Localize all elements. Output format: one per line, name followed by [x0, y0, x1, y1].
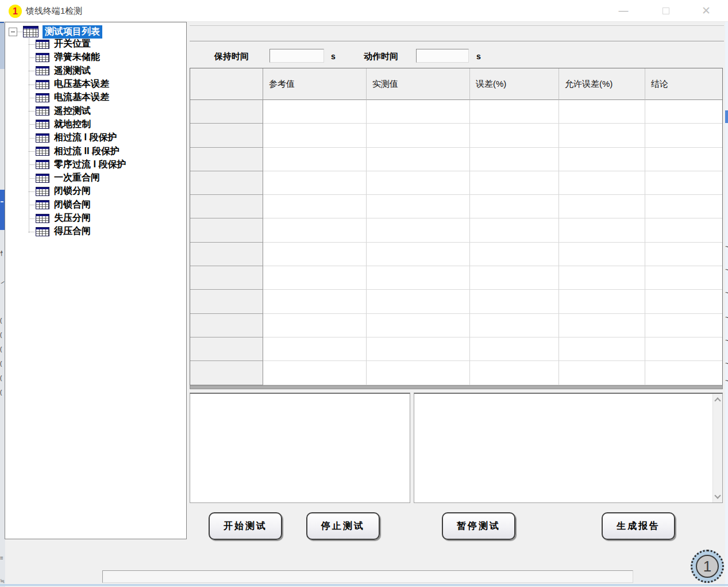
column-header — [190, 68, 263, 100]
table-cell — [559, 171, 645, 195]
tree-item[interactable]: 相过流 II 段保护 — [5, 144, 186, 158]
table-scrollbar[interactable] — [190, 385, 723, 389]
table-cell — [263, 100, 367, 124]
stop-test-button[interactable]: 停止测试 — [306, 512, 380, 540]
table-cell — [470, 195, 559, 218]
table-cell — [645, 266, 722, 290]
generate-report-button[interactable]: 生成报告 — [602, 512, 675, 540]
row-header — [190, 314, 263, 337]
row-header — [190, 290, 263, 313]
table-cell — [645, 290, 722, 313]
scroll-down-icon[interactable] — [714, 492, 721, 498]
tree-collapse-icon[interactable] — [9, 28, 17, 36]
maximize-button[interactable] — [656, 3, 676, 18]
hold-time-unit: s — [331, 52, 336, 61]
action-time-input[interactable] — [416, 49, 469, 63]
toolbar-strip — [190, 25, 724, 41]
tree-item[interactable]: 闭锁分闸 — [5, 185, 186, 198]
tree-item[interactable]: 就地控制 — [5, 118, 186, 131]
tree-item-label: 得压合闸 — [54, 225, 91, 237]
table-icon — [36, 93, 49, 102]
table-cell — [559, 218, 645, 242]
table-cell — [367, 171, 470, 195]
table-cell — [645, 314, 722, 337]
table-cell — [263, 148, 367, 171]
minimize-button[interactable]: — — [614, 3, 633, 18]
table-cell — [559, 124, 645, 147]
table-cell — [645, 337, 722, 361]
tree-root-label: 测试项目列表 — [43, 25, 102, 39]
table-cell — [263, 218, 367, 242]
table-cell — [367, 361, 470, 385]
table-cell — [367, 243, 470, 266]
tree-item-label: 电压基本误差 — [54, 78, 109, 90]
table-icon — [23, 26, 38, 37]
tree-item[interactable]: 零序过流 I 段保护 — [5, 158, 186, 171]
table-cell — [559, 148, 645, 171]
column-header: 结论 — [645, 68, 722, 100]
table-cell — [559, 337, 645, 361]
tree-item[interactable]: 闭锁合闸 — [5, 198, 186, 212]
tree-item-label: 相过流 II 段保护 — [54, 145, 120, 158]
tree-item[interactable]: 电压基本误差 — [5, 78, 186, 91]
table-cell — [559, 314, 645, 337]
table-cell — [470, 148, 559, 171]
tree-item-label: 弹簧未储能 — [54, 51, 100, 63]
close-button[interactable]: ✕ — [696, 3, 716, 18]
table-cell — [367, 148, 470, 171]
row-header — [190, 100, 263, 124]
tree-item[interactable]: 开关位置 — [5, 37, 186, 51]
table-icon — [36, 106, 49, 116]
table-icon — [36, 200, 49, 209]
background-artifact: ~ ~ ~ ~ ~ ~ ~ — [725, 0, 728, 587]
table-cell — [367, 124, 470, 147]
tree-item[interactable]: 相过流 I 段保护 — [5, 131, 186, 144]
table-cell — [645, 195, 722, 218]
table-cell — [263, 314, 367, 337]
window-bottom-edge — [0, 584, 728, 586]
table-cell — [263, 243, 367, 266]
row-header — [190, 361, 263, 385]
tree-item[interactable]: 得压合闸 — [5, 225, 186, 238]
table-cell — [367, 290, 470, 313]
pause-test-button[interactable]: 暂停测试 — [442, 512, 515, 540]
table-cell — [645, 218, 722, 242]
table-cell — [367, 100, 470, 124]
table-cell — [470, 100, 559, 124]
page-number-badge: 1 — [691, 550, 724, 583]
tree-root[interactable]: 测试项目列表 — [9, 25, 102, 38]
table-icon — [36, 80, 49, 89]
table-icon — [36, 227, 49, 236]
row-header — [190, 243, 263, 266]
tree-item[interactable]: 一次重合闸 — [5, 171, 186, 185]
table-cell — [470, 218, 559, 242]
start-test-button[interactable]: 开始测试 — [209, 512, 282, 540]
tree-item[interactable]: 遥控测试 — [5, 104, 186, 117]
tree-item[interactable]: 电流基本误差 — [5, 91, 186, 104]
tree-item-label: 相过流 I 段保护 — [54, 132, 117, 144]
table-cell — [559, 290, 645, 313]
hold-time-label: 保持时间 — [214, 51, 249, 62]
scroll-up-icon[interactable] — [714, 397, 721, 404]
table-cell — [645, 100, 722, 124]
log-panel-right[interactable] — [414, 393, 723, 503]
vertical-scrollbar[interactable] — [712, 394, 722, 502]
tree-item[interactable]: 弹簧未储能 — [5, 51, 186, 64]
table-cell — [645, 124, 722, 147]
table-icon — [36, 174, 49, 183]
hold-time-input[interactable] — [269, 49, 324, 63]
row-header — [190, 337, 263, 361]
table-icon — [36, 53, 49, 62]
page-number-badge-value: 1 — [696, 555, 719, 578]
log-panel-left[interactable] — [190, 393, 410, 503]
tree-item-label: 闭锁合闸 — [54, 199, 91, 211]
tree-item-label: 零序过流 I 段保护 — [54, 159, 126, 171]
tree-item[interactable]: 失压分闸 — [5, 212, 186, 225]
table-cell — [263, 337, 367, 361]
annotation-badge: 1 — [9, 5, 22, 18]
table-cell — [263, 290, 367, 313]
table-icon — [36, 66, 49, 75]
table-cell — [470, 337, 559, 361]
tree-item[interactable]: 遥测测试 — [5, 64, 186, 78]
row-header — [190, 218, 263, 242]
